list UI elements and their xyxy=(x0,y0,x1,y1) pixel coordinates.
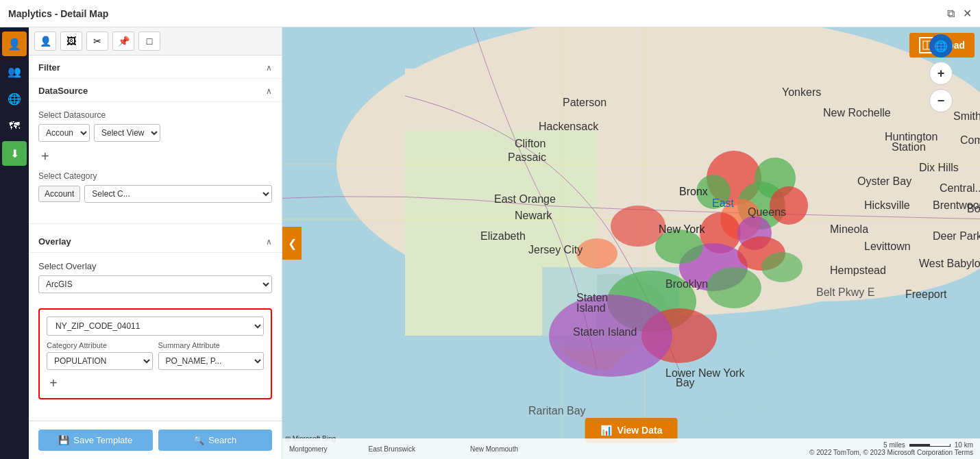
panel-tabs: 👤 🖼 ✂ 📌 □ xyxy=(29,27,282,55)
overlay-title: Overlay xyxy=(38,236,71,247)
map-area: Yonkers New Rochelle Paterson Hackensack… xyxy=(282,27,980,459)
filter-section-header[interactable]: Filter ∧ xyxy=(29,55,282,79)
overlay-config-box: NY_ZIP_CODE_04011 Category Attribute Sum… xyxy=(38,308,272,399)
svg-text:Newark: Newark xyxy=(515,210,552,221)
svg-text:East Orange: East Orange xyxy=(494,193,556,205)
category-attribute-label: Category Attribute xyxy=(47,341,153,349)
icon-rail: 👤 👥 🌐 🗺 ⬇ xyxy=(0,27,29,459)
svg-text:Jersey City: Jersey City xyxy=(528,244,583,256)
window-controls: ⧉ ✕ xyxy=(947,7,972,20)
svg-text:Hempstead: Hempstead xyxy=(830,264,886,276)
restore-button[interactable]: ⧉ xyxy=(947,7,955,20)
scale-miles: 5 miles xyxy=(883,441,905,449)
globe-button[interactable]: 🌐 xyxy=(2,86,27,111)
close-button[interactable]: ✕ xyxy=(963,7,972,20)
zip-code-dropdown[interactable]: NY_ZIP_CODE_04011 xyxy=(47,317,264,336)
app-title: Maplytics - Detail Map xyxy=(8,8,108,19)
overlay-section-header[interactable]: Overlay ∧ xyxy=(29,230,282,253)
svg-text:Smithto...: Smithto... xyxy=(953,110,980,122)
svg-text:Oyster Bay: Oyster Bay xyxy=(857,175,911,187)
datasource-chevron: ∧ xyxy=(266,86,272,96)
svg-text:Paterson: Paterson xyxy=(563,97,607,108)
map-new-monmouth: New Monmouth xyxy=(470,445,518,453)
arcgis-row: ArcGIS xyxy=(38,275,272,293)
svg-text:Commack: Commack xyxy=(960,134,980,146)
main-layout: 👤 👥 🌐 🗺 ⬇ 👤 🖼 ✂ 📌 □ Filter ∧ DataSource … xyxy=(0,27,980,459)
map-nav-left-button[interactable]: ❮ xyxy=(282,227,302,260)
svg-text:Queens: Queens xyxy=(748,206,786,218)
svg-text:Staten Island: Staten Island xyxy=(573,326,637,338)
tab-square[interactable]: □ xyxy=(138,32,160,51)
svg-text:Bohemia: Bohemia xyxy=(967,203,980,214)
svg-text:West Babylon: West Babylon xyxy=(919,258,980,269)
svg-text:Bronx: Bronx xyxy=(679,186,708,197)
summary-attribute-label: Summary Attribute xyxy=(158,341,265,349)
overlay-content: Select Overlay ArcGIS xyxy=(29,253,282,308)
svg-text:East: East xyxy=(712,197,735,209)
svg-point-19 xyxy=(770,186,808,225)
plus-row-datasource: + xyxy=(38,149,272,164)
save-icon: 💾 xyxy=(58,435,69,445)
titlebar: Maplytics - Detail Map ⧉ ✕ xyxy=(0,0,980,27)
map-east-brunswick: East Brunswick xyxy=(369,445,415,453)
globe-icon: 🌐 xyxy=(929,34,953,58)
svg-text:Clifton: Clifton xyxy=(515,138,546,149)
population-dropdown[interactable]: POPULATION xyxy=(47,352,153,370)
search-button[interactable]: 🔍 Search xyxy=(158,430,273,451)
svg-text:Belt Pkwy E: Belt Pkwy E xyxy=(816,286,874,298)
attr-labels-row: Category Attribute Summary Attribute xyxy=(47,341,264,349)
svg-text:Deer Park: Deer Park xyxy=(933,230,980,242)
scale-bar: 5 miles 10 km xyxy=(883,441,973,449)
attr-dropdowns-row: POPULATION PO_NAME, P... xyxy=(47,352,264,370)
overlay-chevron: ∧ xyxy=(266,237,272,247)
tab-person[interactable]: 👤 xyxy=(34,32,56,51)
view-data-icon: 📊 xyxy=(600,425,612,436)
arcgis-dropdown[interactable]: ArcGIS xyxy=(38,275,272,293)
datasource-content: Select Datasource Accoun Select View + S… xyxy=(29,102,282,218)
map-svg: Yonkers New Rochelle Paterson Hackensack… xyxy=(282,27,980,459)
svg-point-23 xyxy=(707,267,761,308)
search-icon: 🔍 xyxy=(193,435,204,445)
svg-text:Mineola: Mineola xyxy=(830,223,868,235)
scale-km: 10 km xyxy=(955,441,973,449)
svg-text:Hackensack: Hackensack xyxy=(539,121,599,132)
tab-cut[interactable]: ✂ xyxy=(86,32,108,51)
po-name-dropdown[interactable]: PO_NAME, P... xyxy=(158,352,265,370)
category-row: Account Select C... xyxy=(38,185,272,203)
download-button[interactable]: ⬇ xyxy=(2,141,27,166)
svg-text:New Rochelle: New Rochelle xyxy=(823,107,891,119)
svg-text:Freeport: Freeport xyxy=(905,288,947,300)
person-button[interactable]: 👤 xyxy=(2,32,27,56)
add-datasource-button[interactable]: + xyxy=(38,149,52,164)
tab-image[interactable]: 🖼 xyxy=(60,32,82,51)
svg-text:Passaic: Passaic xyxy=(508,151,546,163)
datasource-row: Accoun Select View xyxy=(38,124,272,142)
side-panel: 👤 🖼 ✂ 📌 □ Filter ∧ DataSource ∧ Select D… xyxy=(29,27,282,459)
search-label: Search xyxy=(208,435,236,445)
zoom-out-button[interactable]: − xyxy=(929,89,953,112)
save-label: Save Template xyxy=(73,435,132,445)
add-overlay-button[interactable]: + xyxy=(47,375,60,391)
svg-text:Raritan Bay: Raritan Bay xyxy=(528,405,586,417)
category-dropdown[interactable]: Select C... xyxy=(84,185,272,203)
svg-text:Hicksville: Hicksville xyxy=(864,199,910,211)
svg-text:Dix Hills: Dix Hills xyxy=(919,162,959,173)
svg-text:Levittown: Levittown xyxy=(864,240,911,252)
svg-text:Brooklyn: Brooklyn xyxy=(665,278,708,290)
view-dropdown[interactable]: Select View xyxy=(94,124,160,142)
datasource-section-header[interactable]: DataSource ∧ xyxy=(29,79,282,102)
svg-text:Island: Island xyxy=(576,302,606,314)
account-dropdown[interactable]: Accoun xyxy=(38,124,90,142)
panel-footer: 💾 Save Template 🔍 Search xyxy=(29,421,282,459)
svg-point-28 xyxy=(761,252,803,282)
save-template-button[interactable]: 💾 Save Template xyxy=(38,430,153,451)
select-datasource-label: Select Datasource xyxy=(38,110,272,120)
zoom-in-button[interactable]: + xyxy=(929,62,953,85)
filter-title: Filter xyxy=(38,62,60,73)
tab-pin[interactable]: 📌 xyxy=(112,32,134,51)
map-button[interactable]: 🗺 xyxy=(2,114,27,138)
svg-text:Bay: Bay xyxy=(676,377,695,388)
group-button[interactable]: 👥 xyxy=(2,59,27,84)
datasource-title: DataSource xyxy=(38,86,88,96)
select-overlay-label: Select Overlay xyxy=(38,261,272,271)
